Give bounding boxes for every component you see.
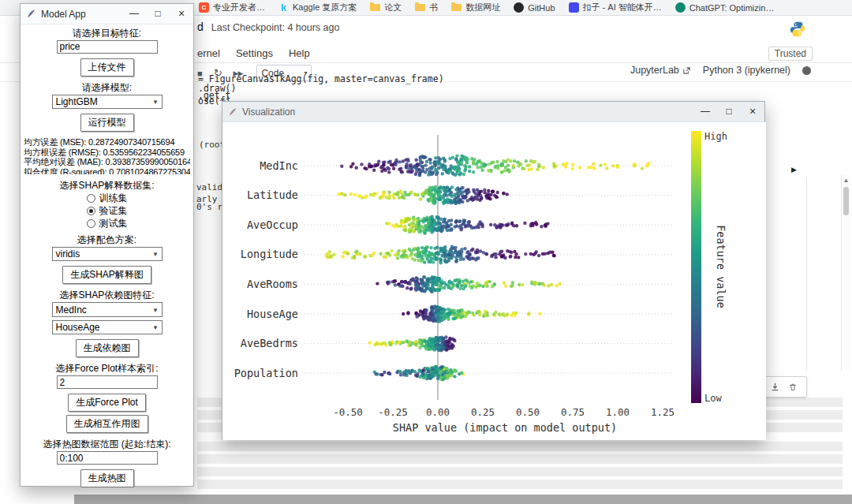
- notebook-cell-strip: [197, 442, 843, 451]
- folder-icon: [451, 4, 462, 11]
- minimize-button[interactable]: —: [122, 4, 146, 24]
- bookmark-label: 数据网址: [465, 2, 500, 13]
- menu-item-kernel[interactable]: ernel: [197, 47, 220, 59]
- chatgpt-icon: [675, 2, 686, 13]
- model-select[interactable]: LightGBM ▾: [52, 95, 163, 110]
- generate-interaction-button[interactable]: 生成相互作用图: [66, 415, 148, 433]
- run-model-button[interactable]: 运行模型: [80, 114, 134, 132]
- radio-icon[interactable]: [87, 207, 95, 215]
- tk-feather-icon: [26, 9, 36, 19]
- coze-icon: [569, 2, 579, 13]
- menu-item-settings[interactable]: Settings: [236, 47, 273, 59]
- open-in-jupyterlab-link[interactable]: JupyterLab: [630, 65, 691, 76]
- bookmark-label: GitHub: [528, 3, 555, 13]
- radio-icon[interactable]: [87, 219, 95, 228]
- taskbar-edge: [74, 495, 852, 504]
- generate-shap-button[interactable]: 生成SHAP解释图: [62, 266, 151, 284]
- output-line: valid: [196, 182, 222, 192]
- notebook-cell-strip: [197, 480, 843, 489]
- scroll-up-icon[interactable]: ▲: [843, 177, 850, 184]
- dataset-radio-train[interactable]: 训练集: [87, 193, 128, 203]
- bookmark-item[interactable]: k Kaggle 复原方案: [278, 2, 357, 13]
- svg-text:0.50: 0.50: [516, 406, 540, 418]
- csdn-icon: C: [199, 2, 209, 13]
- svg-text:0.25: 0.25: [471, 406, 495, 418]
- force-index-label: 选择Force Plot样本索引:: [55, 363, 158, 374]
- bookmark-item[interactable]: ChatGPT: Optimizin…: [675, 2, 775, 13]
- bookmark-label: ChatGPT: Optimizin…: [689, 3, 775, 13]
- dependence-feature2-value: HouseAge: [53, 322, 150, 333]
- chevron-down-icon: ▾: [150, 250, 162, 258]
- model-select-value: LightGBM: [53, 96, 150, 107]
- svg-text:SHAP value (impact on model ou: SHAP value (impact on model output): [393, 421, 617, 434]
- colormap-select[interactable]: viridis ▾: [52, 247, 163, 262]
- menu-bar: ernel Settings Help: [197, 47, 310, 59]
- menu-item-help[interactable]: Help: [289, 47, 310, 59]
- dataset-radio-test[interactable]: 测试集: [87, 218, 128, 229]
- radio-label: 验证集: [99, 204, 128, 218]
- move-cell-down-icon[interactable]: [770, 382, 780, 392]
- target-feature-label: 请选择目标特征:: [73, 28, 141, 39]
- svg-text:High: High: [704, 131, 727, 142]
- svg-text:-0.50: -0.50: [333, 406, 363, 418]
- target-feature-input[interactable]: [57, 40, 158, 54]
- colormap-select-value: viridis: [53, 248, 150, 259]
- dependence-features-label: 选择SHAP依赖图特征:: [59, 289, 154, 301]
- generate-heatmap-button[interactable]: 生成热图: [80, 469, 134, 487]
- checkpoint-status: Last Checkpoint: 4 hours ago: [211, 22, 340, 33]
- bookmark-item[interactable]: 扣子 - AI 智能体开…: [569, 2, 662, 13]
- generate-force-plot-button[interactable]: 生成Force Plot: [68, 394, 146, 412]
- metrics-block: 均方误差 (MSE): 0.28724907340715694 均方根误差 (R…: [24, 137, 190, 174]
- radio-icon[interactable]: [87, 194, 95, 203]
- dependence-feature2-select[interactable]: HouseAge ▾: [52, 320, 163, 335]
- panel-divider: [806, 177, 807, 371]
- model-app-titlebar[interactable]: Model App — □ ×: [21, 4, 193, 24]
- shap-beeswarm-plot: MedIncLatitudeAveOccupLongitudeAveRoomsH…: [222, 122, 766, 440]
- bookmark-item[interactable]: 书: [415, 2, 438, 13]
- scrollbar[interactable]: ▲: [841, 175, 850, 371]
- svg-text:Population: Population: [234, 367, 298, 379]
- upload-file-button[interactable]: 上传文件: [80, 58, 134, 77]
- notebook-title-fragment[interactable]: d: [197, 21, 204, 33]
- model-app-body: 请选择目标特征: 上传文件 请选择模型: LightGBM ▾ 运行模型 均方误…: [21, 24, 193, 487]
- bookmark-item[interactable]: GitHub: [514, 2, 555, 13]
- python-logo-icon: [789, 21, 806, 41]
- kernel-name[interactable]: Python 3 (ipykernel): [703, 65, 790, 76]
- visualization-titlebar[interactable]: Visualization — □ ×: [222, 102, 764, 122]
- notebook-title-row: d Last Checkpoint: 4 hours ago: [197, 21, 339, 33]
- radio-label: 训练集: [99, 192, 128, 205]
- scrollbar-thumb[interactable]: [843, 187, 849, 215]
- trusted-badge[interactable]: Trusted: [768, 47, 813, 61]
- svg-text:-0.25: -0.25: [378, 406, 408, 418]
- chevron-down-icon: ▾: [150, 323, 162, 331]
- model-select-label: 请选择模型:: [82, 82, 132, 93]
- visualization-window: Visualization — □ × MedIncLatitudeAveOcc…: [222, 101, 765, 440]
- close-button[interactable]: ×: [741, 102, 764, 121]
- maximize-button[interactable]: □: [146, 4, 170, 24]
- bookmark-label: Kaggle 复原方案: [293, 2, 357, 13]
- delete-cell-icon[interactable]: [788, 383, 798, 392]
- radio-label: 测试集: [99, 217, 128, 230]
- dependence-feature1-select[interactable]: MedInc ▾: [52, 302, 163, 317]
- folder-icon: [415, 4, 425, 11]
- generate-dependence-button[interactable]: 生成依赖图: [76, 339, 139, 357]
- toolbar-right-group: JupyterLab Python 3 (ipykernel): [630, 65, 811, 76]
- svg-text:Feature value: Feature value: [715, 225, 727, 308]
- visualization-title: Visualization: [242, 106, 693, 118]
- svg-text:Low: Low: [704, 393, 722, 404]
- bookmark-item[interactable]: 论文: [370, 2, 402, 13]
- metric-rmse: 均方根误差 (RMSE): 0.5359562234055659: [24, 147, 190, 158]
- bookmark-item[interactable]: 数据网址: [451, 2, 500, 13]
- bookmark-item[interactable]: C 专业开发者…: [199, 2, 265, 13]
- maximize-button[interactable]: □: [717, 102, 741, 121]
- heatmap-range-input[interactable]: [57, 451, 158, 465]
- dataset-radio-valid[interactable]: 验证集: [87, 206, 128, 216]
- chevron-down-icon: ▾: [150, 306, 162, 314]
- heatmap-range-label: 选择热图数据范围 (起始:结束):: [43, 439, 171, 450]
- force-index-input[interactable]: [57, 375, 158, 389]
- dependence-feature1-value: MedInc: [53, 304, 150, 315]
- minimize-button[interactable]: —: [693, 102, 717, 121]
- svg-text:HouseAge: HouseAge: [247, 308, 298, 320]
- close-button[interactable]: ×: [170, 4, 193, 24]
- collapse-output-icon[interactable]: ▶: [791, 166, 797, 174]
